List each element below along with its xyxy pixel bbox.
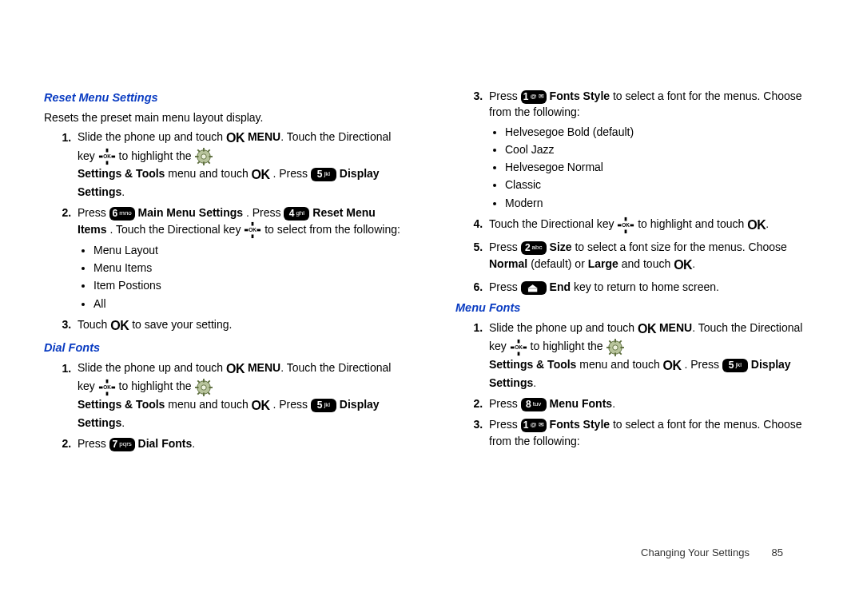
ok-icon: OK: [226, 360, 245, 378]
bullet-list: Helvesegoe Bold (default) Cool Jazz Helv…: [489, 124, 819, 211]
step-1: Slide the phone up and touch OK MENU. To…: [74, 360, 408, 431]
key-1-icon: 1 @ ✉: [521, 419, 547, 432]
ok-icon: OK: [252, 165, 270, 184]
footer-section: Changing Your Settings: [641, 546, 750, 558]
dpad-icon: [98, 148, 116, 165]
page-number: 85: [772, 546, 783, 558]
dpad-icon: [98, 379, 116, 396]
gear-icon: [195, 379, 213, 396]
list-item: Helvesegoe Bold (default): [505, 124, 819, 140]
key-7-icon: 7pqrs: [109, 438, 135, 451]
step-2: Press 8tuv Menu Fonts.: [486, 395, 819, 411]
step-1: Slide the phone up and touch OK MENU. To…: [74, 129, 408, 200]
step-3: Touch OK to save your setting.: [74, 316, 408, 335]
ok-icon: OK: [674, 256, 692, 274]
left-column: Reset Menu Settings Resets the preset ma…: [44, 88, 408, 600]
ok-icon: OK: [110, 316, 129, 335]
key-1-icon: 1 @ ✉: [521, 90, 547, 104]
list-item: Menu Layout: [93, 242, 408, 258]
steps-menu-fonts: Slide the phone up and touch OK MENU. To…: [455, 320, 819, 449]
steps-dial-fonts: Slide the phone up and touch OK MENU. To…: [44, 360, 408, 451]
key-5-icon: 5jkl: [311, 399, 336, 412]
key-end-icon: ⏏: [521, 281, 547, 295]
ok-icon: OK: [663, 356, 682, 375]
right-column: Press 1 @ ✉ Fonts Style to select a font…: [455, 88, 819, 600]
list-item: Modern: [505, 195, 819, 211]
step-2: Press 7pqrs Dial Fonts.: [74, 435, 408, 451]
list-item: Classic: [505, 177, 819, 193]
list-item: Menu Items: [93, 260, 408, 276]
key-4-icon: 4ghi: [284, 207, 309, 221]
bullet-list: Menu Layout Menu Items Item Postions All: [78, 242, 408, 312]
list-item: Helvesegoe Normal: [505, 159, 819, 175]
manual-page: Reset Menu Settings Resets the preset ma…: [0, 0, 863, 616]
step-6: Press ⏏ End key to return to home screen…: [486, 279, 819, 295]
list-item: Cool Jazz: [505, 141, 819, 157]
step-3: Press 1 @ ✉ Fonts Style to select a font…: [486, 88, 819, 211]
key-5-icon: 5jkl: [722, 359, 748, 372]
heading-menu-fonts: Menu Fonts: [455, 300, 819, 316]
list-item: All: [93, 296, 408, 312]
list-item: Item Postions: [93, 277, 408, 293]
dpad-icon: [617, 217, 634, 234]
step-5: Press 2abc Size to select a font size fo…: [486, 239, 819, 273]
page-footer: Changing Your Settings 85: [641, 546, 783, 558]
key-2-icon: 2abc: [521, 241, 547, 255]
heading-reset-menu-settings: Reset Menu Settings: [44, 89, 408, 106]
dpad-icon: [244, 221, 261, 239]
ok-icon: OK: [747, 216, 766, 234]
step-4: Touch the Directional key to highlight a…: [486, 216, 819, 234]
ok-icon: OK: [638, 320, 656, 338]
ok-icon: OK: [252, 396, 270, 415]
gear-icon: [606, 339, 624, 356]
step-2: Press 6mno Main Menu Settings . Press 4g…: [74, 205, 408, 312]
dpad-icon: [510, 339, 527, 356]
key-6-icon: 6mno: [109, 207, 135, 221]
intro-text: Resets the preset main menu layout displ…: [44, 109, 408, 125]
key-5-icon: 5jkl: [311, 168, 336, 181]
key-8-icon: 8tuv: [521, 398, 547, 411]
steps-reset: Slide the phone up and touch OK MENU. To…: [44, 129, 408, 335]
ok-icon: OK: [226, 129, 245, 147]
heading-dial-fonts: Dial Fonts: [44, 340, 408, 356]
step-3: Press 1 @ ✉ Fonts Style to select a font…: [486, 416, 819, 449]
step-1: Slide the phone up and touch OK MENU. To…: [486, 320, 819, 391]
steps-dial-fonts-cont: Press 1 @ ✉ Fonts Style to select a font…: [455, 88, 819, 295]
gear-icon: [195, 148, 213, 165]
